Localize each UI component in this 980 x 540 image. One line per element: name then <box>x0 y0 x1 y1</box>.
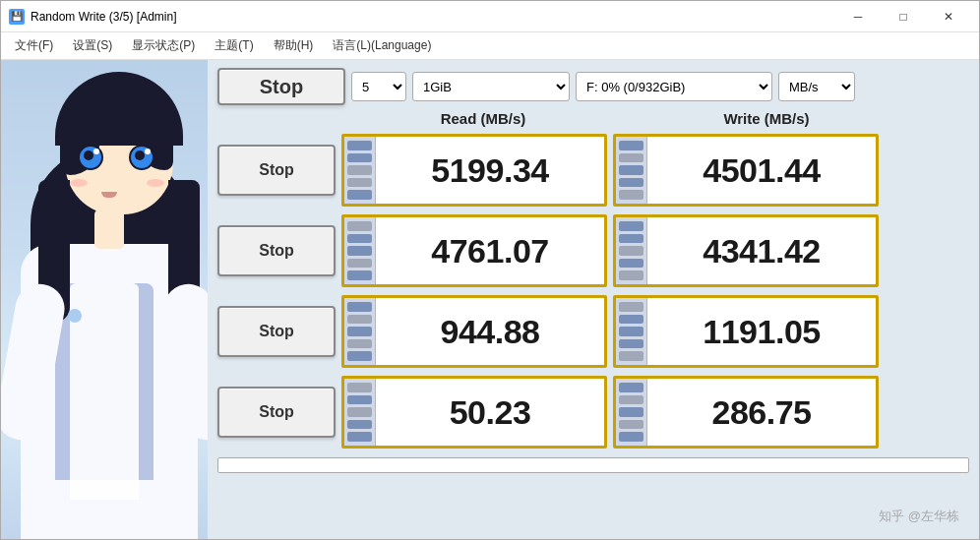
read-header: Read (MB/s) <box>345 110 621 127</box>
bar-seg <box>347 432 372 442</box>
bar-seg <box>347 259 372 269</box>
read-value-row4: 50.23 <box>376 379 604 446</box>
write-value-row1: 4501.44 <box>647 137 876 204</box>
character-area <box>1 60 208 539</box>
progress-bar-container <box>217 457 969 473</box>
menu-language[interactable]: 语言(L)(Language) <box>323 33 441 58</box>
read-value-row1: 5199.34 <box>376 137 604 204</box>
bar-seg <box>347 420 372 430</box>
close-button[interactable]: ✕ <box>926 1 971 32</box>
table-row: Stop 50.23 <box>217 374 969 450</box>
menu-bar: 文件(F) 设置(S) 显示状态(P) 主题(T) 帮助(H) 语言(L)(La… <box>1 32 979 60</box>
bar-seg <box>347 190 372 200</box>
window-controls: ─ □ ✕ <box>835 1 971 32</box>
char-flower <box>68 309 82 323</box>
write-value-row3: 1191.05 <box>647 298 876 365</box>
write-bars-row3 <box>616 298 647 365</box>
write-result-row1: 4501.44 <box>613 134 879 207</box>
bar-seg <box>347 383 372 392</box>
progress-bar-row <box>217 455 969 475</box>
menu-display[interactable]: 显示状态(P) <box>122 33 205 58</box>
benchmark-rows: Stop 5199.34 <box>217 132 969 450</box>
bar-seg <box>619 339 643 349</box>
write-result-row2: 4341.42 <box>613 214 879 287</box>
write-value-row2: 4341.42 <box>647 217 876 284</box>
size-select[interactable]: 1GiB <box>412 72 570 101</box>
read-bars-row4 <box>344 379 376 446</box>
stop-button-row4[interactable]: Stop <box>217 387 336 438</box>
menu-help[interactable]: 帮助(H) <box>264 33 324 58</box>
menu-settings[interactable]: 设置(S) <box>63 33 122 58</box>
write-result-row4: 286.75 <box>613 376 879 449</box>
read-result-row1: 5199.34 <box>341 134 607 207</box>
bar-seg <box>619 407 643 417</box>
bar-seg <box>619 327 643 336</box>
write-bars-row4 <box>616 379 647 446</box>
bar-seg <box>619 259 643 269</box>
bar-seg <box>619 234 643 244</box>
bar-seg <box>347 153 372 163</box>
bar-seg <box>347 221 372 231</box>
bar-seg <box>619 432 643 442</box>
char-blush-right <box>147 179 164 187</box>
write-bars-row2 <box>616 217 647 284</box>
bar-seg <box>619 383 643 392</box>
stop-button-row1[interactable]: Stop <box>217 145 336 196</box>
bar-seg <box>347 407 372 417</box>
read-bars-row3 <box>344 298 376 365</box>
bar-seg <box>347 395 372 405</box>
bar-seg <box>619 246 643 256</box>
bar-seg <box>347 339 372 349</box>
read-result-row4: 50.23 <box>341 376 607 449</box>
write-bars-row1 <box>616 137 647 204</box>
read-value-row2: 4761.07 <box>376 217 604 284</box>
bar-seg <box>347 178 372 188</box>
read-result-row3: 944.88 <box>341 295 607 368</box>
char-blush-left <box>70 179 88 187</box>
read-result-row2: 4761.07 <box>341 214 607 287</box>
write-header: Write (MB/s) <box>629 110 904 127</box>
top-controls-row: Stop 5 1GiB F: 0% (0/932GiB) MB/s <box>217 68 969 105</box>
main-stop-button[interactable]: Stop <box>217 68 345 105</box>
stop-button-row3[interactable]: Stop <box>217 306 336 357</box>
benchmark-panel: Stop 5 1GiB F: 0% (0/932GiB) MB/s Read (… <box>208 60 979 539</box>
read-value-row3: 944.88 <box>376 298 604 365</box>
maximize-button[interactable]: □ <box>881 1 926 32</box>
table-row: Stop 5199.34 <box>217 132 969 209</box>
bar-seg <box>619 190 643 200</box>
app-window: 💾 Random Write (3/5) [Admin] ─ □ ✕ 文件(F)… <box>0 0 980 540</box>
bar-seg <box>619 270 643 280</box>
bar-seg <box>347 302 372 312</box>
bar-seg <box>619 351 643 361</box>
queue-depth-select[interactable]: 5 <box>351 72 406 101</box>
main-content: Stop 5 1GiB F: 0% (0/932GiB) MB/s Read (… <box>1 60 979 539</box>
title-bar: 💾 Random Write (3/5) [Admin] ─ □ ✕ <box>1 1 979 32</box>
bar-seg <box>619 302 643 312</box>
bar-seg <box>619 395 643 405</box>
column-headers: Read (MB/s) Write (MB/s) <box>217 110 969 127</box>
bar-seg <box>619 221 643 231</box>
bar-seg <box>347 327 372 336</box>
read-bars-row2 <box>344 217 376 284</box>
read-bars-row1 <box>344 137 376 204</box>
char-eye-left <box>78 145 103 170</box>
char-neck <box>94 210 124 249</box>
table-row: Stop 944.88 <box>217 293 969 370</box>
menu-theme[interactable]: 主题(T) <box>205 33 263 58</box>
bar-seg <box>619 153 643 163</box>
minimize-button[interactable]: ─ <box>835 1 881 32</box>
window-title: Random Write (3/5) [Admin] <box>31 10 835 24</box>
bar-seg <box>347 246 372 256</box>
write-result-row3: 1191.05 <box>613 295 879 368</box>
bar-seg <box>347 270 372 280</box>
drive-select[interactable]: F: 0% (0/932GiB) <box>576 72 772 101</box>
menu-file[interactable]: 文件(F) <box>5 33 63 58</box>
char-eye-right <box>129 145 154 170</box>
bar-seg <box>347 141 372 150</box>
stop-button-row2[interactable]: Stop <box>217 225 336 276</box>
table-row: Stop 4761.07 <box>217 212 969 289</box>
unit-select[interactable]: MB/s <box>778 72 855 101</box>
bar-seg <box>347 351 372 361</box>
bar-seg <box>347 234 372 244</box>
watermark-text: 知乎 @左华栋 <box>879 508 959 525</box>
